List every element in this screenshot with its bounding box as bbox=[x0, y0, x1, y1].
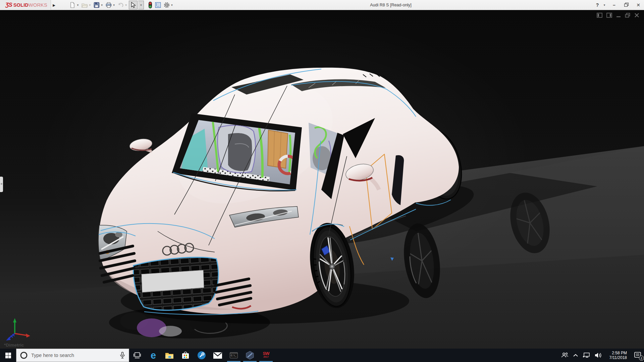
solidworks-logo: ƷS SOLIDWORKS bbox=[0, 0, 51, 10]
restore-icon bbox=[624, 3, 629, 7]
notification-badge: 2 bbox=[639, 356, 644, 361]
undo-arrow-icon bbox=[117, 2, 124, 8]
open-button[interactable]: ▼ bbox=[80, 1, 92, 9]
open-folder-icon bbox=[81, 2, 88, 8]
print-button[interactable]: ▼ bbox=[105, 1, 116, 9]
document-window-controls bbox=[597, 13, 639, 18]
help-caret[interactable]: ▼ bbox=[603, 4, 606, 7]
mail-icon bbox=[213, 352, 222, 359]
command-prompt-icon: C:\_ bbox=[230, 352, 238, 358]
action-center-button[interactable]: 2 bbox=[632, 349, 644, 362]
title-bar: ƷS SOLIDWORKS ▶ ▼ ▼ bbox=[0, 0, 644, 10]
orientation-triad bbox=[3, 317, 35, 343]
doc-minimize-icon[interactable] bbox=[616, 13, 621, 18]
window-title: Audi R8 S [Read-only] bbox=[370, 3, 412, 7]
taskbar-app-edge[interactable]: e bbox=[145, 349, 161, 362]
taskbar-app-mail[interactable] bbox=[210, 349, 226, 362]
help-button[interactable]: ? bbox=[594, 2, 601, 8]
new-document-button[interactable]: ▼ bbox=[68, 1, 80, 9]
brand-solid-text: SOLID bbox=[13, 2, 29, 8]
select-tool-caret[interactable]: ▼ bbox=[138, 1, 144, 9]
audi-r8-model-render bbox=[0, 10, 644, 349]
search-input[interactable] bbox=[31, 353, 119, 358]
network-icon bbox=[583, 352, 590, 358]
solidworks-2017-icon: SW 2017 bbox=[263, 352, 269, 359]
traffic-light-icon bbox=[148, 1, 153, 9]
display-state-button[interactable] bbox=[147, 1, 153, 9]
taskbar-app-settings-tool[interactable] bbox=[194, 349, 210, 362]
network-button[interactable] bbox=[580, 349, 592, 362]
select-tool-button[interactable] bbox=[129, 1, 138, 9]
options-list-icon bbox=[155, 2, 161, 8]
desktop: ƷS SOLIDWORKS ▶ ▼ ▼ bbox=[0, 0, 644, 362]
solidworks-logo-mark-icon: ƷS bbox=[5, 2, 12, 8]
taskbar-app-store[interactable] bbox=[177, 349, 194, 362]
close-button[interactable]: ✕ bbox=[635, 2, 642, 8]
taskbar-app-solidworks[interactable]: SW 2017 bbox=[258, 349, 274, 362]
volume-button[interactable] bbox=[592, 349, 604, 362]
doc-restore-icon[interactable] bbox=[625, 13, 630, 18]
chevron-up-icon bbox=[573, 354, 578, 357]
tray-date: 7/11/2018 bbox=[609, 355, 627, 360]
quick-toolbar: ▼ ▼ ▼ bbox=[68, 0, 174, 10]
start-button[interactable] bbox=[0, 349, 16, 362]
model-canvas[interactable]: *Dimetric bbox=[0, 10, 644, 349]
show-left-pane-icon[interactable] bbox=[597, 13, 602, 18]
system-tray: 2:58 PM 7/11/2018 2 bbox=[559, 349, 644, 362]
taskbar-app-file-explorer[interactable] bbox=[161, 349, 177, 362]
menu-flyout-button[interactable]: ▶ bbox=[51, 1, 57, 9]
print-icon bbox=[105, 2, 112, 8]
clock[interactable]: 2:58 PM 7/11/2018 bbox=[604, 349, 632, 362]
show-right-pane-icon[interactable] bbox=[606, 13, 612, 18]
minimize-button[interactable]: – bbox=[610, 2, 618, 8]
wrench-circle-icon bbox=[197, 351, 206, 360]
options-button[interactable]: ▼ bbox=[163, 1, 174, 9]
file-explorer-icon bbox=[165, 352, 174, 359]
windows-logo-icon bbox=[5, 353, 11, 358]
people-icon bbox=[561, 352, 569, 358]
hidden-icons-button[interactable] bbox=[571, 349, 580, 362]
gear-icon bbox=[163, 2, 170, 8]
people-button[interactable] bbox=[559, 349, 571, 362]
tray-time: 2:58 PM bbox=[609, 351, 627, 355]
restore-button[interactable] bbox=[623, 2, 630, 8]
save-button[interactable]: ▼ bbox=[93, 1, 104, 9]
doc-close-icon[interactable] bbox=[634, 13, 639, 18]
select-cursor-icon bbox=[130, 2, 137, 8]
hexagon-app-icon bbox=[246, 351, 254, 360]
task-view-icon bbox=[133, 352, 141, 358]
undo-button[interactable]: ▼ bbox=[117, 1, 128, 9]
taskbar-search[interactable] bbox=[16, 349, 129, 362]
edge-icon: e bbox=[151, 351, 156, 360]
taskbar: e bbox=[0, 349, 644, 362]
taskbar-app-composer[interactable] bbox=[242, 349, 258, 362]
brand-works-text: WORKS bbox=[29, 2, 47, 8]
new-document-icon bbox=[69, 2, 76, 8]
speaker-icon bbox=[595, 352, 602, 358]
save-floppy-icon bbox=[93, 2, 100, 8]
cortana-icon bbox=[20, 351, 28, 359]
microphone-icon[interactable] bbox=[119, 352, 125, 359]
view-orientation-label: *Dimetric bbox=[4, 343, 24, 348]
command-list-button[interactable] bbox=[154, 1, 162, 9]
taskbar-app-command-prompt[interactable]: C:\_ bbox=[226, 349, 242, 362]
task-view-button[interactable] bbox=[129, 349, 145, 362]
feature-panel-collapsed-tab[interactable] bbox=[0, 177, 3, 192]
microsoft-store-icon bbox=[181, 351, 190, 359]
